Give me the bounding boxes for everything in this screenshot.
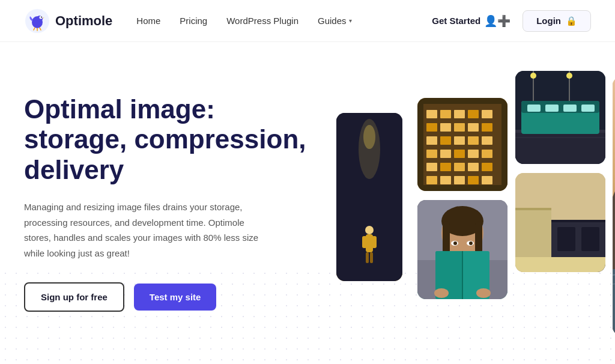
svg-rect-38: [454, 163, 465, 171]
image-architecture: [515, 173, 605, 272]
user-plus-icon: 👤➕: [484, 14, 510, 28]
svg-rect-44: [468, 176, 479, 184]
svg-rect-10: [362, 236, 367, 248]
svg-rect-21: [426, 123, 437, 132]
image-cave: [336, 113, 402, 281]
svg-rect-45: [482, 176, 492, 184]
svg-rect-25: [482, 123, 492, 132]
nav-item-home[interactable]: Home: [136, 16, 160, 26]
hero-content: Optimal image: storage, compression, del…: [24, 94, 312, 312]
svg-rect-33: [454, 150, 465, 158]
nav-right: Get Started 👤➕ Login 🔒: [432, 10, 591, 32]
svg-point-58: [566, 73, 572, 79]
hero-description: Managing and resizing image files drains…: [24, 199, 264, 261]
svg-rect-54: [581, 105, 595, 112]
svg-rect-83: [515, 257, 605, 272]
hero-images: [312, 42, 607, 364]
hero-title: Optimal image: storage, compression, del…: [24, 94, 312, 186]
svg-rect-37: [440, 163, 451, 171]
svg-point-8: [365, 226, 374, 234]
svg-rect-13: [370, 252, 373, 263]
nav-item-guides[interactable]: Guides ▾: [318, 16, 352, 26]
svg-rect-16: [426, 110, 437, 118]
svg-rect-51: [527, 105, 541, 112]
svg-rect-23: [454, 123, 465, 132]
svg-rect-81: [515, 208, 551, 210]
svg-rect-39: [468, 163, 479, 171]
chevron-down-icon: ▾: [349, 17, 352, 24]
svg-rect-85: [613, 269, 615, 335]
test-site-button[interactable]: Test my site: [134, 284, 217, 311]
svg-rect-35: [482, 150, 492, 158]
svg-point-74: [476, 288, 491, 298]
get-started-link[interactable]: Get Started 👤➕: [432, 14, 510, 28]
image-train: [515, 71, 605, 164]
svg-rect-36: [426, 163, 437, 171]
image-woman: [417, 200, 507, 299]
svg-rect-30: [482, 136, 492, 145]
image-coast: [613, 77, 615, 335]
svg-rect-52: [545, 105, 559, 112]
svg-rect-29: [468, 136, 479, 145]
svg-rect-64: [443, 221, 450, 254]
nav-item-pricing[interactable]: Pricing: [180, 16, 207, 26]
svg-rect-20: [482, 110, 492, 118]
signup-button[interactable]: Sign up for free: [24, 282, 124, 312]
svg-rect-28: [454, 136, 465, 145]
svg-rect-65: [475, 221, 482, 254]
svg-rect-11: [372, 236, 377, 248]
svg-point-69: [469, 241, 473, 245]
svg-rect-27: [440, 136, 451, 145]
lock-icon: 🔒: [566, 16, 577, 26]
svg-rect-31: [426, 150, 437, 158]
login-button[interactable]: Login 🔒: [523, 10, 591, 32]
svg-rect-80: [581, 227, 599, 251]
svg-point-4: [41, 16, 42, 17]
svg-rect-17: [440, 110, 451, 118]
svg-point-56: [530, 73, 536, 79]
logo[interactable]: Optimole: [24, 8, 112, 34]
svg-rect-42: [440, 176, 451, 184]
svg-point-68: [453, 241, 457, 245]
logo-text: Optimole: [55, 13, 112, 29]
image-collage: [312, 65, 613, 341]
svg-rect-53: [563, 105, 577, 112]
svg-rect-12: [366, 252, 369, 263]
logo-icon: [24, 8, 50, 34]
svg-rect-47: [515, 131, 605, 164]
nav-links: Home Pricing WordPress Plugin Guides ▾: [136, 16, 432, 26]
svg-point-7: [363, 125, 375, 149]
svg-point-73: [434, 288, 449, 298]
svg-rect-26: [426, 136, 437, 145]
svg-rect-82: [551, 220, 605, 222]
hero-section: Optimal image: storage, compression, del…: [0, 42, 615, 364]
svg-rect-18: [454, 110, 465, 118]
svg-rect-19: [468, 110, 479, 118]
svg-rect-34: [468, 150, 479, 158]
svg-rect-22: [440, 123, 451, 132]
navbar: Optimole Home Pricing WordPress Plugin G…: [0, 0, 615, 42]
svg-rect-79: [557, 227, 575, 251]
svg-rect-32: [440, 150, 451, 158]
svg-rect-43: [454, 176, 465, 184]
svg-rect-41: [426, 176, 437, 184]
svg-rect-40: [482, 163, 492, 171]
hero-buttons: Sign up for free Test my site: [24, 282, 312, 312]
nav-item-wordpress[interactable]: WordPress Plugin: [226, 16, 298, 26]
svg-rect-59: [515, 137, 605, 138]
svg-rect-24: [468, 123, 479, 132]
image-building: [417, 98, 507, 191]
